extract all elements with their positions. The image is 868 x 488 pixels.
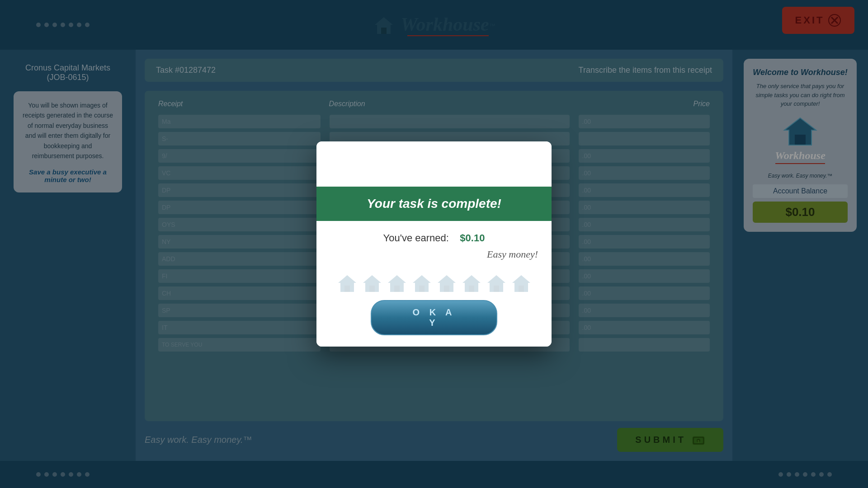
dialog-footer: O K A Y [316,293,552,347]
dialog-top-space [316,141,552,187]
svg-rect-13 [344,286,350,292]
svg-rect-23 [469,286,474,292]
houses-decoration [316,273,552,293]
dialog-header: Your task is complete! [316,187,552,221]
house-deco-8 [510,273,533,293]
dialog-title: Your task is complete! [367,197,501,211]
svg-rect-25 [494,286,499,292]
house-deco-4 [410,273,433,293]
okay-label: O K A Y [413,307,456,328]
okay-button[interactable]: O K A Y [371,300,497,335]
house-deco-5 [435,273,458,293]
completion-dialog: Your task is complete! You've earned: $0… [316,141,552,347]
house-deco-6 [460,273,483,293]
house-deco-7 [485,273,508,293]
dialog-body: You've earned: $0.10 Easy money! [316,221,552,293]
earned-label: You've earned: [383,232,449,244]
earned-line: You've earned: $0.10 [330,232,538,244]
svg-rect-15 [369,286,375,292]
earned-amount: $0.10 [460,232,485,244]
overlay: Your task is complete! You've earned: $0… [0,0,868,488]
svg-rect-17 [394,286,400,292]
easy-money-text: Easy money! [330,249,538,260]
svg-rect-19 [419,286,425,292]
house-deco-1 [336,273,359,293]
svg-rect-27 [519,286,524,292]
house-deco-2 [361,273,383,293]
svg-rect-21 [444,286,449,292]
house-deco-3 [386,273,408,293]
